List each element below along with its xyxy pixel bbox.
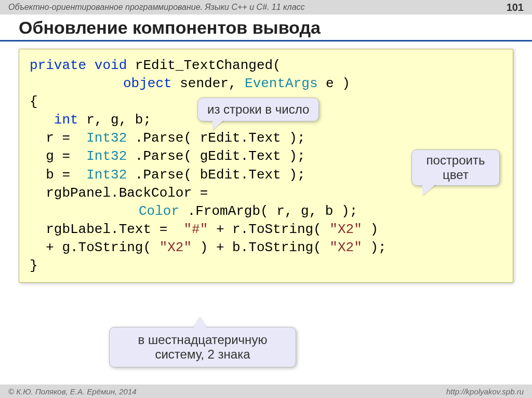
code-line: private void rEdit_TextChanged( (30, 57, 502, 75)
callout-tail-icon (422, 184, 436, 196)
code-text: .Parse( rEdit.Text ); (135, 130, 305, 146)
type: Color (139, 203, 179, 219)
footer-credits: © К.Ю. Поляков, Е.А. Ерёмин, 2014 (8, 387, 137, 396)
slide-title: Обновление компонентов вывода (0, 15, 532, 42)
footer-url: http://kpolyakov.spb.ru (446, 387, 524, 396)
code-line: + g.ToString( "X2" ) + b.ToString( "X2" … (30, 239, 502, 257)
string: "X2" (329, 240, 362, 255)
code-text: .Parse( gEdit.Text ); (135, 148, 305, 164)
string: "#" (183, 222, 208, 237)
code-text: sender, (180, 76, 245, 91)
callout-color: построить цвет (411, 149, 500, 186)
type: Int32 (86, 148, 127, 164)
code-text: .FromArgb( r, g, b ); (188, 203, 358, 219)
callout-tail-icon (193, 317, 207, 328)
keyword: object (123, 76, 172, 91)
page-number: 101 (507, 2, 524, 13)
keyword: private (30, 58, 86, 73)
code-line: Color .FromArgb( r, g, b ); (30, 202, 502, 221)
code-line: r = Int32 .Parse( rEdit.Text ); (30, 129, 502, 147)
callout-parse: из строки в число (197, 98, 319, 121)
callout-text: из строки в число (207, 102, 309, 116)
code-text: r, g, b; (86, 112, 151, 128)
course-title: Объектно-ориентированное программировани… (8, 3, 305, 12)
code-text: e ) (326, 76, 350, 91)
code-text: b = (30, 167, 78, 183)
callout-text: в шестнадцатеричную систему, 2 знака (138, 333, 268, 361)
header-bar: Объектно-ориентированное программировани… (0, 0, 532, 15)
code-text: ) (370, 222, 378, 237)
code-line: object sender, EventArgs e ) (30, 75, 502, 93)
code-text: + g.ToString( (30, 240, 151, 255)
type: Int32 (86, 130, 127, 146)
type: Int32 (86, 167, 127, 183)
code-line: rgbLabel.Text = "#" + r.ToString( "X2" ) (30, 221, 502, 239)
string: "X2" (329, 222, 362, 237)
callout-hex: в шестнадцатеричную систему, 2 знака (109, 327, 296, 367)
code-text: + r.ToString( (216, 222, 322, 237)
footer-bar: © К.Ю. Поляков, Е.А. Ерёмин, 2014 http:/… (0, 385, 532, 398)
code-text: ) + b.ToString( (200, 240, 322, 255)
code-line: } (30, 257, 502, 275)
type: EventArgs (245, 76, 317, 91)
code-text: rgbLabel.Text = (30, 222, 176, 237)
callout-text: построить цвет (427, 153, 485, 182)
callout-tail-icon (212, 120, 224, 130)
code-text: r = (30, 130, 78, 146)
string: "X2" (159, 240, 192, 255)
keyword: void (95, 58, 127, 73)
code-text: rEdit_TextChanged( (135, 58, 281, 73)
code-text: .Parse( bEdit.Text ); (135, 167, 305, 183)
code-text: g = (30, 148, 78, 164)
keyword: int (54, 112, 78, 128)
code-text: ); (370, 240, 386, 255)
